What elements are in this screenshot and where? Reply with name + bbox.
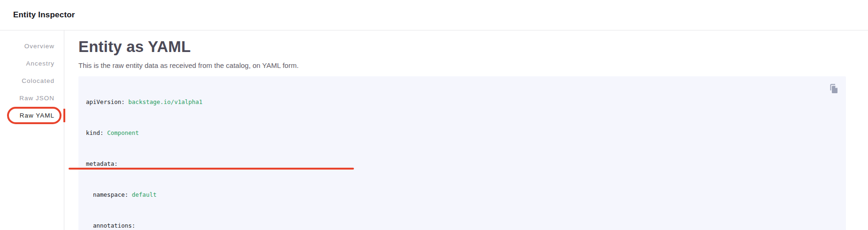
yaml-line: annotations: xyxy=(86,222,827,230)
yaml-key: apiVersion: xyxy=(86,98,128,105)
copy-icon xyxy=(828,83,839,94)
page-title: Entity Inspector xyxy=(13,10,75,20)
yaml-line: metadata: xyxy=(86,160,827,168)
yaml-key: kind: xyxy=(86,129,107,136)
yaml-value: Component xyxy=(107,129,139,136)
yaml-line: kind: Component xyxy=(86,129,827,137)
yaml-key: annotations: xyxy=(93,222,135,229)
body: Overview Ancestry Colocated Raw JSON Raw… xyxy=(0,30,868,230)
sidebar-item-raw-yaml[interactable]: Raw YAML xyxy=(0,107,64,124)
sidebar-tab-label: Overview xyxy=(24,43,54,50)
sidebar-item-colocated[interactable]: Colocated xyxy=(0,72,64,89)
section-title: Entity as YAML xyxy=(78,38,846,56)
header: Entity Inspector xyxy=(0,0,868,30)
main-content: Entity as YAML This is the raw entity da… xyxy=(64,30,868,230)
yaml-line: namespace: default xyxy=(86,191,827,199)
copy-button[interactable] xyxy=(828,82,840,95)
yaml-code: apiVersion: backstage.io/v1alpha1 kind: … xyxy=(78,76,846,230)
yaml-key: namespace: xyxy=(93,191,132,198)
sidebar-tab-label: Raw YAML xyxy=(20,112,54,119)
yaml-value: backstage.io/v1alpha1 xyxy=(128,98,202,105)
yaml-code-block: apiVersion: backstage.io/v1alpha1 kind: … xyxy=(78,76,846,230)
sidebar-item-raw-json[interactable]: Raw JSON xyxy=(0,89,64,107)
sidebar-tab-label: Raw JSON xyxy=(19,95,54,102)
sidebar-item-ancestry[interactable]: Ancestry xyxy=(0,55,64,72)
sidebar-tab-label: Colocated xyxy=(22,77,54,84)
sidebar: Overview Ancestry Colocated Raw JSON Raw… xyxy=(0,30,64,230)
yaml-value: default xyxy=(132,191,157,198)
sidebar-tab-label: Ancestry xyxy=(26,60,54,67)
entity-inspector-page: Entity Inspector Overview Ancestry Coloc… xyxy=(0,0,868,230)
active-tab-indicator xyxy=(63,109,65,122)
yaml-key: metadata: xyxy=(86,160,118,167)
yaml-line: apiVersion: backstage.io/v1alpha1 xyxy=(86,98,827,106)
section-subtitle: This is the raw entity data as received … xyxy=(78,61,846,69)
sidebar-item-overview[interactable]: Overview xyxy=(0,37,64,55)
